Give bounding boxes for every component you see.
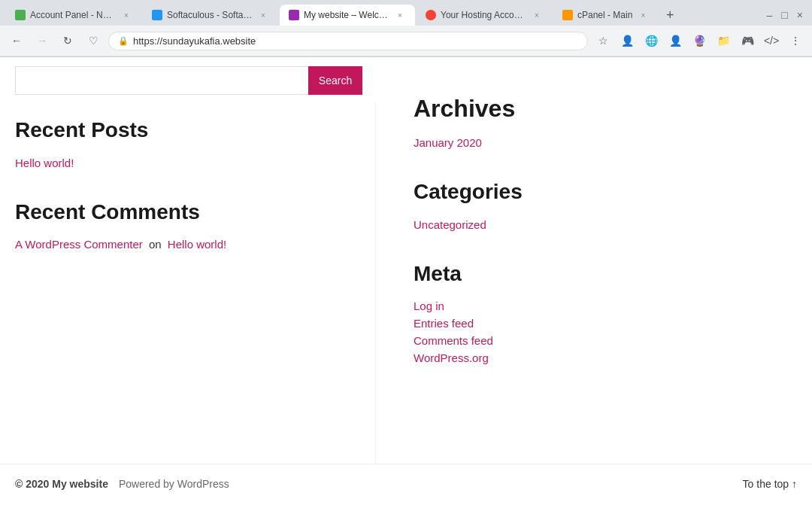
extension5-button[interactable]: 🎮 xyxy=(737,30,758,51)
search-submit-button[interactable]: Search xyxy=(308,66,362,95)
archives-section: Archives January 2020 xyxy=(414,95,782,149)
footer-copyright-text: © 2020 My website xyxy=(15,478,108,490)
home-button[interactable]: ♡ xyxy=(83,30,104,51)
address-text: https://sundayukafia.website xyxy=(133,35,578,47)
lock-icon: 🔒 xyxy=(118,36,129,46)
tab-favicon-hosting xyxy=(426,10,436,20)
comment-item-0: A WordPress Commenter on Hello world! xyxy=(15,238,345,251)
recent-comments-title: Recent Comments xyxy=(15,199,345,225)
tab-label-cpanel: cPanel - Main xyxy=(577,10,632,20)
tab-label-softaculous: Softaculous - Softaculous - Wo... xyxy=(167,10,253,20)
comment-author-link-0[interactable]: A WordPress Commenter xyxy=(15,238,143,251)
address-bar[interactable]: 🔒 https://sundayukafia.website xyxy=(108,32,588,50)
meta-section: Meta Log in Entries feed Comments feed W… xyxy=(414,261,782,365)
left-column: Recent Posts Hello world! Recent Comment… xyxy=(0,102,376,464)
devtools-button[interactable]: </> xyxy=(761,30,782,51)
page-content: Recent Posts Hello world! Recent Comment… xyxy=(0,102,812,464)
right-column: Archives January 2020 Categories Uncateg… xyxy=(376,102,812,464)
category-link-0[interactable]: Uncategorized xyxy=(414,218,782,231)
tab-mywebsite[interactable]: My website – Welcome to my t... × xyxy=(280,5,415,26)
search-button-label: Search xyxy=(319,75,352,87)
tab-close-softaculous[interactable]: × xyxy=(257,9,269,21)
back-button[interactable]: ← xyxy=(6,30,27,51)
recent-posts-section: Recent Posts Hello world! xyxy=(15,117,345,169)
tab-bar: Account Panel - Namecheap × Softaculous … xyxy=(0,0,812,26)
meta-link-2[interactable]: Comments feed xyxy=(414,334,782,347)
tab-close-cpanel[interactable]: × xyxy=(637,9,649,21)
categories-section: Categories Uncategorized xyxy=(414,179,782,231)
tab-softaculous[interactable]: Softaculous - Softaculous - Wo... × xyxy=(143,5,278,26)
window-controls: – □ × xyxy=(764,9,806,21)
tab-close-namecheap[interactable]: × xyxy=(120,9,132,21)
minimize-button[interactable]: – xyxy=(764,9,776,21)
tab-hosting[interactable]: Your Hosting Account Details % × xyxy=(417,5,552,26)
close-window-button[interactable]: × xyxy=(794,9,806,21)
comment-on-text-0: on xyxy=(149,238,162,251)
to-top-link[interactable]: To the top ↑ xyxy=(743,478,797,490)
browser-chrome: Account Panel - Namecheap × Softaculous … xyxy=(0,0,812,57)
archive-link-0[interactable]: January 2020 xyxy=(414,136,782,149)
extension3-button[interactable]: 🔮 xyxy=(689,30,710,51)
extension1-button[interactable]: 🌐 xyxy=(641,30,662,51)
tab-close-mywebsite[interactable]: × xyxy=(394,9,406,21)
tab-favicon-softaculous xyxy=(152,10,162,20)
tab-close-hosting[interactable]: × xyxy=(531,9,543,21)
categories-title: Categories xyxy=(414,179,782,205)
profile-button[interactable]: 👤 xyxy=(617,30,638,51)
nav-bar: ← → ↻ ♡ 🔒 https://sundayukafia.website ☆… xyxy=(0,26,812,56)
meta-link-3[interactable]: WordPress.org xyxy=(414,351,782,364)
tab-namecheap[interactable]: Account Panel - Namecheap × xyxy=(6,5,141,26)
forward-button[interactable]: → xyxy=(32,30,53,51)
recent-posts-title: Recent Posts xyxy=(15,117,345,143)
meta-title: Meta xyxy=(414,261,782,287)
tab-label-namecheap: Account Panel - Namecheap xyxy=(30,10,116,20)
tab-label-hosting: Your Hosting Account Details % xyxy=(441,10,526,20)
meta-link-0[interactable]: Log in xyxy=(414,300,782,312)
tab-cpanel[interactable]: cPanel - Main × xyxy=(553,5,658,26)
menu-button[interactable]: ⋮ xyxy=(785,30,806,51)
footer-left: © 2020 My website Powered by WordPress xyxy=(15,478,229,490)
page-footer: © 2020 My website Powered by WordPress T… xyxy=(0,464,812,503)
comment-post-link-0[interactable]: Hello world! xyxy=(168,238,226,251)
search-input[interactable] xyxy=(15,66,308,95)
footer-powered-by: Powered by WordPress xyxy=(119,478,229,490)
meta-link-1[interactable]: Entries feed xyxy=(414,317,782,330)
reload-button[interactable]: ↻ xyxy=(57,30,78,51)
archives-title: Archives xyxy=(414,95,782,123)
tab-label-mywebsite: My website – Welcome to my t... xyxy=(304,10,389,20)
bookmark-button[interactable]: ☆ xyxy=(592,30,614,51)
recent-post-link-0[interactable]: Hello world! xyxy=(15,157,345,169)
maximize-button[interactable]: □ xyxy=(778,9,790,21)
footer-copyright: © 2020 My website xyxy=(15,478,108,490)
tab-favicon-mywebsite xyxy=(289,10,299,20)
recent-comments-section: Recent Comments A WordPress Commenter on… xyxy=(15,199,345,251)
nav-actions: ☆ 👤 🌐 👤 🔮 📁 🎮 </> ⋮ xyxy=(592,30,806,51)
new-tab-button[interactable]: + xyxy=(659,5,680,26)
tab-favicon-namecheap xyxy=(15,10,26,20)
extension4-button[interactable]: 📁 xyxy=(713,30,734,51)
tab-favicon-cpanel xyxy=(562,10,573,20)
extension2-button[interactable]: 👤 xyxy=(665,30,686,51)
